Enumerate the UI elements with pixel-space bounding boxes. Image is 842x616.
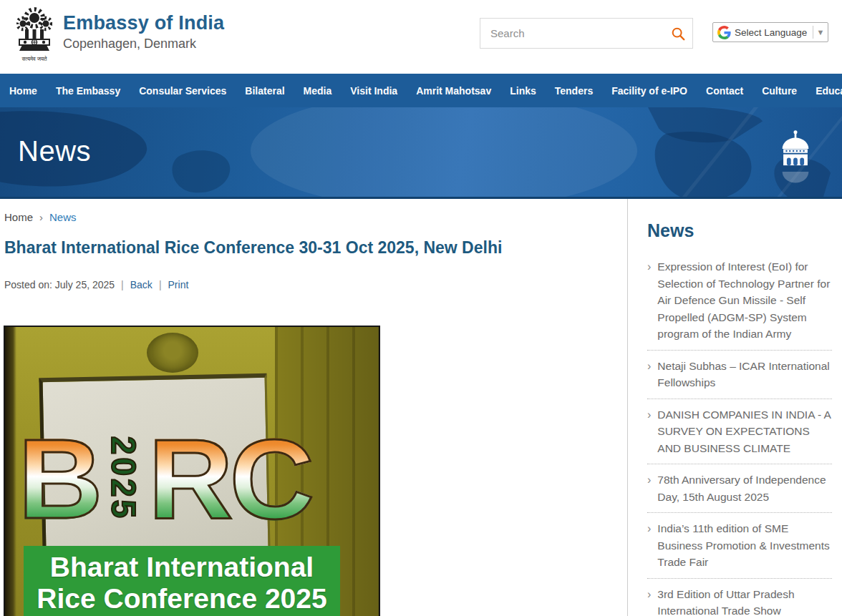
nav-item-links[interactable]: Links: [500, 74, 546, 107]
google-translate-widget[interactable]: Select Language ▼: [712, 22, 828, 42]
chevron-right-icon: ›: [647, 471, 651, 505]
breadcrumb: Home › News: [4, 211, 77, 223]
nav-item-the-embassy[interactable]: The Embassy: [47, 74, 130, 107]
back-link[interactable]: Back: [130, 279, 153, 290]
search-box: [480, 18, 693, 49]
article-title: Bharat International Rice Conference 30-…: [4, 238, 613, 258]
article-meta: Posted on: July 25, 2025 | Back | Print: [4, 279, 188, 290]
world-map-decoration: [0, 107, 842, 197]
sidebar-news-item[interactable]: › Netaji Subhas – ICAR International Fel…: [647, 351, 832, 399]
page: सत्यमेव जयते Embassy of India Copenhagen…: [0, 0, 842, 616]
nav-item-contact[interactable]: Contact: [697, 74, 753, 107]
nav-item-facility-of-e-ipo[interactable]: Facility of e-IPO: [602, 74, 697, 107]
birc-logo-year: 2025: [102, 419, 145, 539]
birc-logo-rc: RC: [148, 422, 311, 535]
chevron-right-icon: ›: [647, 258, 651, 343]
sidebar-news-item[interactable]: › 78th Anniversary of Independence Day, …: [647, 464, 832, 513]
birc-logo-b: B: [18, 422, 99, 535]
sidebar-news-item-label: 3rd Edition of Uttar Pradesh Internation…: [657, 586, 832, 616]
search-button[interactable]: [664, 19, 692, 48]
sidebar-news-item[interactable]: › 3rd Edition of Uttar Pradesh Internati…: [647, 579, 832, 616]
news-sidebar: News › Expression of Interest (EoI) for …: [627, 199, 842, 616]
birc-logo: B 2025 RC: [18, 419, 311, 539]
dropdown-arrow-icon: ▼: [813, 28, 828, 36]
birc-caption-line2: Rice Conference 2025: [26, 583, 337, 615]
nav-item-home[interactable]: Home: [0, 74, 47, 107]
nav-item-media[interactable]: Media: [294, 74, 342, 107]
nav-item-consular-services[interactable]: Consular Services: [130, 74, 236, 107]
nav-item-visit-india[interactable]: Visit India: [341, 74, 407, 107]
sidebar-news-item-label: Netaji Subhas – ICAR International Fello…: [657, 358, 832, 391]
india-emblem-icon: सत्यमेव जयते: [16, 5, 52, 68]
chevron-right-icon: ›: [647, 358, 651, 391]
breadcrumb-current: News: [49, 211, 77, 223]
page-banner: News: [0, 107, 842, 199]
divider: |: [159, 279, 162, 290]
divider: |: [121, 279, 124, 290]
image-wall-crest: [147, 333, 198, 373]
article-image: B 2025 RC Bharat International Rice Conf…: [4, 326, 380, 616]
image-doorframe: [5, 327, 16, 616]
sidebar-news-item[interactable]: › Expression of Interest (EoI) for Selec…: [647, 251, 832, 351]
google-logo-icon: [717, 26, 731, 39]
sidebar-news-item-label: 78th Anniversary of Independence Day, 15…: [657, 471, 832, 505]
birc-caption: Bharat International Rice Conference 202…: [24, 546, 340, 616]
translate-label: Select Language: [735, 27, 807, 38]
government-building-icon: [775, 127, 816, 196]
brand-block: Embassy of India Copenhagen, Denmark: [63, 12, 224, 52]
chevron-right-icon: ›: [647, 406, 651, 457]
sidebar-news-item[interactable]: › DANISH COMPANIES IN INDIA - A SURVEY O…: [647, 399, 832, 465]
nav-item-bilateral[interactable]: Bilateral: [236, 74, 294, 107]
birc-caption-line1: Bharat International: [26, 552, 337, 583]
posted-on-label: Posted on: July 25, 2025: [4, 279, 115, 290]
site-title: Embassy of India: [63, 12, 224, 34]
sidebar-news-item-label: Expression of Interest (EoI) for Selecti…: [657, 258, 832, 343]
chevron-right-icon: ›: [647, 520, 651, 571]
nav-item-amrit-mahotsav[interactable]: Amrit Mahotsav: [407, 74, 500, 107]
search-icon: [670, 26, 686, 41]
nav-item-tenders[interactable]: Tenders: [546, 74, 602, 107]
sidebar-news-item-label: India’s 11th edition of SME Business Pro…: [657, 520, 832, 571]
sidebar-news-item[interactable]: › India’s 11th edition of SME Business P…: [647, 513, 832, 579]
site-header: सत्यमेव जयते Embassy of India Copenhagen…: [0, 0, 842, 74]
sidebar-news-item-label: DANISH COMPANIES IN INDIA - A SURVEY ON …: [657, 406, 832, 457]
breadcrumb-home-link[interactable]: Home: [4, 211, 33, 223]
main-nav: Home The Embassy Consular Services Bilat…: [0, 74, 842, 107]
nav-item-culture[interactable]: Culture: [753, 74, 806, 107]
site-subtitle: Copenhagen, Denmark: [63, 36, 224, 52]
page-title: News: [18, 135, 91, 167]
breadcrumb-separator-icon: ›: [39, 211, 43, 223]
sidebar-heading: News: [647, 220, 832, 241]
chevron-right-icon: ›: [647, 586, 651, 616]
emblem-motto: सत्यमेव जयते: [21, 55, 47, 62]
search-input[interactable]: [480, 27, 664, 39]
nav-item-education[interactable]: Education: [806, 74, 842, 107]
print-link[interactable]: Print: [168, 279, 189, 290]
